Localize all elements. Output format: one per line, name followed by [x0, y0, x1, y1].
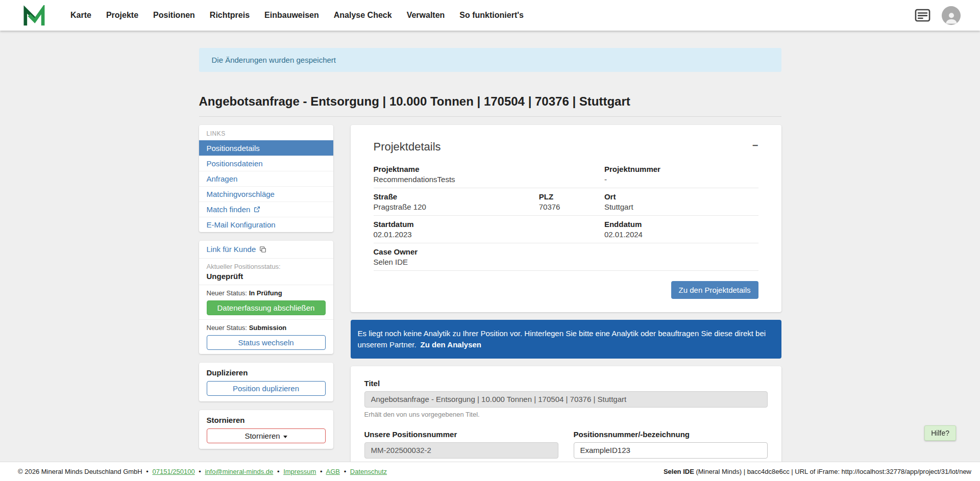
navbar-right — [915, 6, 961, 25]
nav-item-einbauweisen[interactable]: Einbauweisen — [264, 11, 319, 20]
cancel-dropdown-button[interactable]: Stornieren — [207, 428, 326, 443]
user-avatar[interactable] — [942, 6, 961, 25]
top-navbar: Karte Projekte Positionen Richtpreis Ein… — [0, 0, 980, 31]
footer-separator: • — [320, 468, 323, 475]
field-label: Case Owner — [374, 247, 758, 256]
field-value: 70376 — [539, 202, 604, 211]
next-status-1: Neuer Status: In Prüfung — [207, 289, 326, 297]
field-label: Projektname — [374, 165, 604, 173]
field-value: 02.01.2023 — [374, 230, 604, 239]
position-number-label: Positionsnummer/-bezeichnung — [574, 430, 768, 439]
field-value: Pragstraße 120 — [374, 202, 539, 211]
footer-agb-link[interactable]: AGB — [326, 468, 340, 475]
field-label: PLZ — [539, 192, 604, 201]
analytics-link[interactable]: Zu den Analysen — [421, 340, 481, 349]
sidebar-item-positionsdateien[interactable]: Positionsdateien — [199, 156, 333, 171]
field-value: Selen IDE — [374, 258, 758, 266]
nav-item-positionen[interactable]: Positionen — [153, 11, 195, 20]
field-value: RecommendationsTests — [374, 175, 604, 184]
sidebar-item-match-finden[interactable]: Match finden — [199, 201, 333, 217]
left-sidebar: LINKS Positionsdetails Positionsdateien … — [199, 125, 333, 458]
next-status-value: In Prüfung — [249, 289, 282, 297]
nav-item-so-funktionierts[interactable]: So funktioniert's — [459, 11, 524, 20]
project-row-owner: Case Owner Selen IDE — [374, 243, 758, 271]
customer-link[interactable]: Link für Kunde — [207, 245, 267, 254]
external-link-icon — [254, 206, 260, 213]
footer-datenschutz-link[interactable]: Datenschutz — [350, 468, 387, 475]
sidebar-item-positionsdetails[interactable]: Positionsdetails — [199, 140, 333, 156]
duplicate-card-title: Duplizieren — [207, 368, 326, 377]
main-navigation: Karte Projekte Positionen Richtpreis Ein… — [70, 11, 524, 20]
field-label: Straße — [374, 192, 539, 201]
links-card-header: LINKS — [199, 125, 333, 140]
footer-separator: • — [277, 468, 280, 475]
footer-separator: • — [344, 468, 347, 475]
session-user: Selen IDE — [664, 468, 694, 475]
field-label: Projektnummer — [604, 165, 758, 173]
current-status-label: Aktueller Positionsstatus: — [207, 263, 326, 270]
footer-email-link[interactable]: info@mineral-minds.de — [205, 468, 273, 475]
duplicate-card: Duplizieren Position duplizieren — [199, 363, 333, 401]
main-content: Die Änderungen wurden gespeichert Angebo… — [199, 31, 781, 481]
project-row-dates: Startdatum 02.01.2023 Enddatum 02.01.202… — [374, 216, 758, 243]
footer-impressum-link[interactable]: Impressum — [283, 468, 316, 475]
sidebar-item-matchingvorschlaege[interactable]: Matchingvorschläge — [199, 186, 333, 201]
saved-alert: Die Änderungen wurden gespeichert — [199, 48, 781, 72]
help-button[interactable]: Hilfe? — [924, 425, 956, 441]
analytics-banner: Es liegt noch keine Analytik zu Ihrer Po… — [351, 320, 781, 359]
sidebar-item-anfragen[interactable]: Anfragen — [199, 171, 333, 186]
our-number-label: Unsere Positionsnummer — [364, 430, 558, 439]
footer-left: © 2026 Mineral Minds Deutschland GmbH • … — [18, 468, 387, 475]
duplicate-position-button[interactable]: Position duplizieren — [207, 381, 326, 396]
field-value: - — [604, 175, 758, 184]
project-row-name: Projektname RecommendationsTests Projekt… — [374, 161, 758, 188]
nav-item-analyse-check[interactable]: Analyse Check — [334, 11, 392, 20]
copyright-text: © 2026 Mineral Minds Deutschland GmbH — [18, 468, 142, 475]
cancel-card-title: Stornieren — [207, 416, 326, 424]
nav-item-projekte[interactable]: Projekte — [106, 11, 138, 20]
next-status-label: Neuer Status: — [207, 324, 248, 332]
switch-status-button[interactable]: Status wechseln — [207, 335, 326, 350]
position-number-field[interactable] — [574, 442, 768, 459]
project-details-title: Projektdetails — [374, 140, 758, 154]
footer-phone-link[interactable]: 07151/250100 — [153, 468, 195, 475]
field-value: Stuttgart — [604, 202, 758, 211]
field-label: Startdatum — [374, 220, 604, 229]
our-number-field — [364, 442, 558, 459]
links-card: LINKS Positionsdetails Positionsdateien … — [199, 125, 333, 232]
footer-separator: • — [199, 468, 201, 475]
project-details-button[interactable]: Zu den Projektdetails — [671, 281, 758, 299]
field-label: Enddatum — [604, 220, 758, 229]
current-status-value: Ungeprüft — [207, 272, 326, 281]
title-field-label: Titel — [364, 379, 768, 388]
cancel-card: Stornieren Stornieren — [199, 410, 333, 449]
customer-link-label: Link für Kunde — [207, 245, 256, 254]
page-title: Angebotsanfrage - Entsorgung | 10.000 To… — [199, 94, 781, 117]
footer: © 2026 Mineral Minds Deutschland GmbH • … — [0, 462, 980, 481]
footer-separator: • — [146, 468, 149, 475]
copy-icon — [259, 246, 266, 253]
nav-item-richtpreis[interactable]: Richtpreis — [210, 11, 250, 20]
sidebar-item-email-konfiguration[interactable]: E-Mail Konfiguration — [199, 217, 333, 232]
nav-item-karte[interactable]: Karte — [70, 11, 91, 20]
title-field — [364, 391, 768, 408]
nav-item-verwalten[interactable]: Verwalten — [407, 11, 445, 20]
chevron-down-icon — [283, 436, 287, 438]
next-status-value: Submission — [249, 324, 287, 332]
project-details-card: Projektdetails − Projektname Recommendat… — [351, 125, 781, 312]
session-details: (Mineral Minds) | bacc4dc8e6cc | URL of … — [694, 468, 971, 475]
field-value: 02.01.2024 — [604, 230, 758, 239]
sidebar-item-label: Match finden — [207, 205, 251, 214]
cancel-button-label: Stornieren — [244, 432, 280, 440]
status-card: Link für Kunde Aktueller Positionsstatus… — [199, 241, 333, 354]
collapse-icon[interactable]: − — [752, 140, 758, 150]
mineral-minds-logo-icon[interactable] — [22, 5, 45, 26]
session-info: Selen IDE (Mineral Minds) | bacc4dc8e6cc… — [664, 468, 971, 475]
main-column: Projektdetails − Projektname Recommendat… — [351, 125, 781, 481]
complete-data-entry-button[interactable]: Datenerfassung abschließen — [207, 300, 326, 315]
title-field-help: Erhält den von uns vorgegebenen Titel. — [364, 411, 768, 418]
field-label: Ort — [604, 192, 758, 201]
next-status-label: Neuer Status: — [207, 289, 248, 297]
project-row-address: Straße Pragstraße 120 PLZ 70376 Ort Stut… — [374, 188, 758, 216]
server-icon[interactable] — [915, 9, 930, 22]
